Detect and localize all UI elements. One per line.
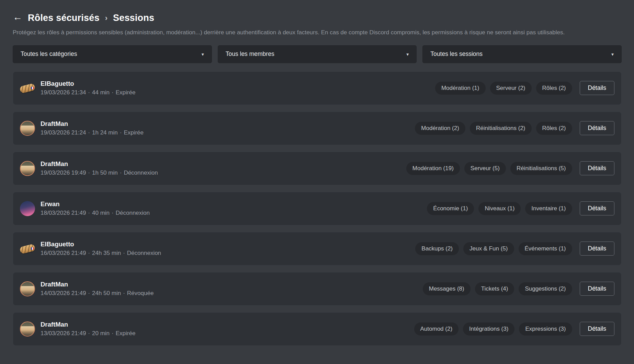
- chevron-down-icon: ▾: [611, 51, 614, 57]
- session-meta: 18/03/2026 21:49·40 min·Déconnexion: [41, 210, 150, 216]
- session-actions: Modération (19) Serveur (5) Réinitialisa…: [406, 161, 614, 175]
- user-avatar: [20, 241, 35, 256]
- details-button[interactable]: Détails: [580, 81, 615, 95]
- user-avatar: [20, 281, 35, 296]
- session-row: ElBaguetto 19/03/2026 21:34·44 min·Expir…: [13, 71, 622, 105]
- user-avatar: [20, 121, 35, 136]
- session-meta: 19/03/2026 19:49·1h 50 min·Déconnexion: [41, 169, 158, 176]
- category-tag: Modération (2): [415, 122, 465, 135]
- meta-separator: ·: [110, 330, 116, 337]
- filter-categories[interactable]: Toutes les catégories ▾: [13, 45, 212, 63]
- category-tag: Tickets (4): [475, 282, 514, 295]
- breadcrumb-current: Sessions: [113, 13, 154, 23]
- session-status: Expirée: [124, 129, 144, 136]
- session-duration: 24h 50 min: [92, 290, 121, 296]
- details-button[interactable]: Détails: [580, 161, 615, 175]
- session-meta: 16/03/2026 21:49·24h 35 min·Déconnexion: [41, 250, 161, 257]
- filter-bar: Toutes les catégories ▾ Tous les membres…: [13, 45, 622, 63]
- category-tag: Événements (1): [519, 242, 572, 255]
- chevron-down-icon: ▾: [202, 51, 204, 57]
- category-tag: Jeux & Fun (5): [463, 242, 514, 255]
- session-meta: 14/03/2026 21:49·24h 50 min·Révoquée: [41, 290, 154, 297]
- session-datetime: 16/03/2026 21:49: [41, 250, 86, 256]
- session-info: DraftMan 19/03/2026 21:24·1h 24 min·Expi…: [41, 120, 144, 136]
- session-status: Déconnexion: [116, 210, 150, 216]
- category-tag: Niveaux (1): [478, 202, 521, 215]
- session-actions: Backups (2) Jeux & Fun (5) Événements (1…: [415, 242, 614, 256]
- session-datetime: 18/03/2026 21:49: [41, 210, 86, 216]
- session-actions: Modération (1) Serveur (2) Rôles (2) Dét…: [435, 81, 614, 95]
- session-datetime: 13/03/2026 21:49: [41, 330, 86, 337]
- breadcrumb-parent[interactable]: Rôles sécurisés: [28, 13, 100, 23]
- meta-separator: ·: [121, 250, 127, 256]
- page-description: Protégez les rôles à permissions sensibl…: [13, 29, 622, 37]
- session-actions: Modération (2) Réinitialisations (2) Rôl…: [415, 121, 614, 135]
- meta-separator: ·: [110, 210, 116, 216]
- meta-separator: ·: [110, 89, 116, 96]
- session-username: DraftMan: [41, 321, 135, 328]
- session-status: Déconnexion: [127, 250, 161, 256]
- session-row: DraftMan 13/03/2026 21:49·20 min·Expirée…: [13, 312, 622, 346]
- meta-separator: ·: [121, 290, 127, 296]
- meta-separator: ·: [86, 129, 92, 136]
- meta-separator: ·: [86, 89, 92, 96]
- category-tag: Réinitialisations (2): [470, 122, 532, 135]
- session-row: Erwan 18/03/2026 21:49·40 min·Déconnexio…: [13, 192, 622, 225]
- category-tag: Automod (2): [414, 322, 459, 336]
- chevron-down-icon: ▾: [406, 51, 409, 57]
- details-button[interactable]: Détails: [580, 322, 615, 336]
- meta-separator: ·: [86, 250, 92, 256]
- category-tag: Serveur (2): [490, 82, 532, 95]
- user-avatar: [20, 81, 35, 96]
- session-username: ElBaguetto: [41, 80, 135, 87]
- session-status: Expirée: [116, 330, 136, 337]
- session-username: DraftMan: [41, 160, 158, 168]
- meta-separator: ·: [118, 169, 124, 176]
- category-tag: Expressions (3): [519, 322, 572, 336]
- session-duration: 44 min: [92, 89, 110, 96]
- back-arrow-icon[interactable]: ←: [13, 12, 23, 24]
- category-tag: Suggestions (2): [519, 282, 572, 295]
- session-duration: 24h 35 min: [92, 250, 121, 256]
- category-tag: Modération (1): [435, 82, 486, 95]
- filter-sessions[interactable]: Toutes les sessions ▾: [422, 45, 622, 63]
- session-meta: 13/03/2026 21:49·20 min·Expirée: [41, 330, 135, 337]
- session-duration: 1h 50 min: [92, 169, 118, 176]
- session-info: DraftMan 19/03/2026 19:49·1h 50 min·Déco…: [41, 160, 158, 176]
- session-status: Expirée: [116, 89, 136, 96]
- user-avatar: [20, 321, 35, 337]
- meta-separator: ·: [86, 290, 92, 296]
- session-row: DraftMan 14/03/2026 21:49·24h 50 min·Rév…: [13, 272, 622, 306]
- category-tag: Réinitialisations (5): [510, 162, 572, 175]
- session-list: ElBaguetto 19/03/2026 21:34·44 min·Expir…: [13, 71, 622, 346]
- session-actions: Messages (8) Tickets (4) Suggestions (2)…: [423, 282, 614, 296]
- session-duration: 1h 24 min: [92, 129, 118, 136]
- session-username: DraftMan: [41, 120, 144, 128]
- session-row: DraftMan 19/03/2026 21:24·1h 24 min·Expi…: [13, 111, 622, 145]
- chevron-right-icon: ›: [104, 14, 108, 23]
- session-meta: 19/03/2026 21:24·1h 24 min·Expirée: [41, 129, 144, 136]
- session-info: DraftMan 13/03/2026 21:49·20 min·Expirée: [41, 321, 135, 337]
- meta-separator: ·: [86, 169, 92, 176]
- session-row: ElBaguetto 16/03/2026 21:49·24h 35 min·D…: [13, 232, 622, 266]
- filter-members-value: Tous les membres: [226, 50, 274, 58]
- details-button[interactable]: Détails: [580, 201, 615, 215]
- session-status: Révoquée: [127, 290, 154, 296]
- details-button[interactable]: Détails: [580, 282, 615, 296]
- session-username: Erwan: [41, 200, 150, 208]
- page-header: ← Rôles sécurisés › Sessions: [13, 12, 622, 24]
- session-row: DraftMan 19/03/2026 19:49·1h 50 min·Déco…: [13, 152, 622, 185]
- meta-separator: ·: [86, 330, 92, 337]
- details-button[interactable]: Détails: [580, 121, 615, 135]
- details-button[interactable]: Détails: [580, 242, 615, 256]
- session-username: DraftMan: [41, 281, 154, 288]
- session-datetime: 19/03/2026 19:49: [41, 169, 86, 176]
- category-tag: Serveur (5): [464, 162, 506, 175]
- meta-separator: ·: [86, 210, 92, 216]
- session-username: ElBaguetto: [41, 240, 161, 248]
- category-tag: Rôles (2): [536, 122, 572, 135]
- session-duration: 20 min: [92, 330, 110, 337]
- filter-members[interactable]: Tous les membres ▾: [218, 45, 417, 63]
- session-info: Erwan 18/03/2026 21:49·40 min·Déconnexio…: [41, 200, 150, 216]
- category-tag: Backups (2): [415, 242, 459, 255]
